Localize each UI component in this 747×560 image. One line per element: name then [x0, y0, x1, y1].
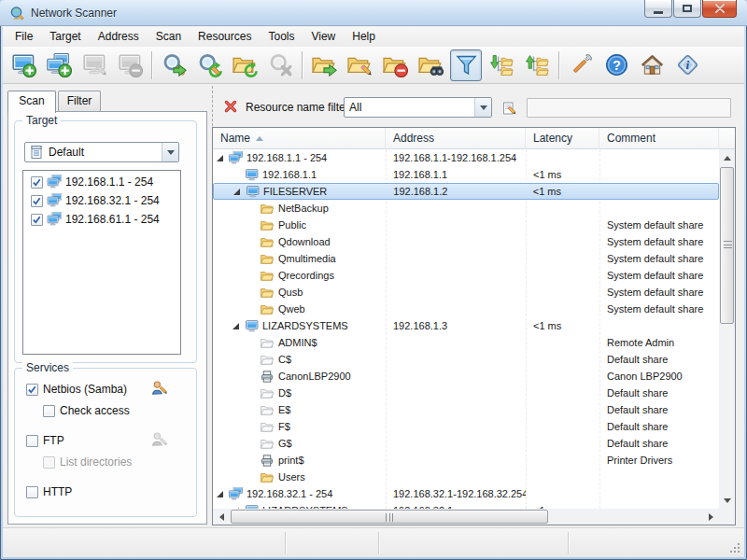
refresh-resources-button[interactable] [229, 49, 261, 81]
expand-all-button[interactable] [486, 49, 517, 81]
checkbox-icon[interactable] [26, 435, 38, 447]
tab-filter[interactable]: Filter [58, 91, 101, 111]
horizontal-scrollbar[interactable] [213, 509, 719, 525]
tree-row[interactable]: QusbSystem default share [213, 284, 719, 301]
target-profile-combo[interactable]: Default [24, 142, 179, 162]
tree-row[interactable]: 192.168.32.1 - 254192.168.32.1-192.168.3… [213, 485, 719, 502]
about-button[interactable]: i [671, 49, 703, 81]
tree-row-latency-cell [526, 250, 599, 267]
tree-row[interactable]: QdownloadSystem default share [213, 233, 719, 250]
tree-row[interactable]: G$Default share [213, 435, 719, 452]
close-button[interactable] [702, 0, 737, 18]
checkbox-icon[interactable] [31, 176, 43, 189]
checkbox-icon[interactable] [43, 405, 55, 417]
collapse-all-button[interactable] [521, 49, 553, 81]
menu-file[interactable]: File [7, 28, 41, 46]
menu-resources[interactable]: Resources [190, 28, 260, 46]
tree-row[interactable]: D$Default share [213, 385, 719, 401]
tree-row[interactable]: QrecordingsSystem default share [213, 267, 719, 284]
target-range-item[interactable]: 192.168.1.1 - 254 [23, 173, 180, 191]
service-checkbox-http[interactable]: HTTP [26, 484, 72, 499]
scroll-right-button[interactable] [703, 509, 719, 525]
checkbox-icon[interactable] [31, 214, 43, 226]
menu-target[interactable]: Target [41, 28, 89, 46]
folder-admin-icon [260, 386, 275, 400]
vertical-scroll-thumb[interactable] [720, 167, 734, 324]
column-header-name[interactable]: Name [213, 128, 386, 149]
menu-view[interactable]: View [303, 28, 344, 46]
start-scan-button[interactable] [158, 49, 190, 81]
tree-row[interactable]: print$Printer Drivers [213, 452, 719, 469]
scroll-down-button[interactable] [719, 493, 735, 509]
menu-help[interactable]: Help [344, 28, 384, 46]
rescan-button[interactable] [193, 49, 225, 81]
horizontal-scroll-thumb[interactable] [231, 510, 548, 524]
open-resource-button[interactable] [308, 49, 340, 81]
tree-row-name-cell: 192.168.32.1 - 254 [213, 485, 386, 502]
edit-resource-button[interactable] [344, 49, 375, 81]
expander-icon[interactable] [233, 189, 240, 195]
edit-filter-button[interactable] [499, 98, 519, 118]
column-header-address[interactable]: Address [386, 128, 526, 149]
target-range-item[interactable]: 192.168.61.1 - 254 [23, 210, 180, 229]
tree-row[interactable]: LIZARDSYSTEMS192.168.32.1<1 ms [213, 502, 719, 509]
expander-icon[interactable] [233, 323, 239, 329]
tree-row[interactable]: CanonLBP2900Canon LBP2900 [213, 368, 719, 385]
tree-row-name-cell: F$ [213, 418, 386, 435]
tree-row[interactable]: E$Default share [213, 401, 719, 418]
service-checkbox-ftp[interactable]: FTP [26, 433, 64, 448]
tree-row-address-cell [386, 351, 526, 368]
user-edit-icon[interactable] [151, 380, 167, 396]
resource-filter-combo[interactable]: All [344, 97, 492, 118]
expander-icon[interactable] [217, 491, 223, 497]
service-checkbox-list-directories[interactable]: List directories [43, 455, 132, 469]
tree-row[interactable]: PublicSystem default share [213, 217, 719, 233]
user-edit-icon[interactable] [151, 431, 167, 447]
tree-row[interactable]: QwebSystem default share [213, 301, 719, 317]
checkbox-icon[interactable] [26, 384, 38, 396]
find-resource-button[interactable] [415, 49, 446, 81]
tree-row[interactable]: LIZARDSYSTEMS192.168.1.3<1 ms [213, 317, 719, 334]
tree-row[interactable]: FILESERVER192.168.1.2<1 ms [213, 183, 719, 200]
tab-scan[interactable]: Scan [7, 91, 56, 113]
home-button[interactable] [636, 49, 668, 81]
tree-row[interactable]: F$Default share [213, 418, 719, 435]
filter-text-input [527, 98, 731, 118]
checkbox-icon[interactable] [26, 486, 38, 498]
add-address-button[interactable] [7, 49, 39, 81]
tree-row[interactable]: NetBackup [213, 200, 719, 217]
maximize-button[interactable] [673, 0, 701, 18]
tree-row-name-cell: ADMIN$ [213, 334, 386, 351]
tree-row[interactable]: ADMIN$Remote Admin [213, 334, 719, 351]
tree-row[interactable]: Users [213, 469, 719, 485]
combo-arrow [162, 143, 178, 161]
add-address-range-button[interactable] [43, 49, 75, 81]
target-range-item[interactable]: 192.168.32.1 - 254 [23, 191, 180, 210]
tree-row-latency-cell [526, 149, 599, 166]
menu-scan[interactable]: Scan [148, 28, 190, 46]
tree-row[interactable]: C$Default share [213, 351, 719, 368]
service-checkbox-netbios-samba-[interactable]: Netbios (Samba) [26, 382, 127, 397]
menu-tools[interactable]: Tools [260, 28, 303, 46]
column-header-comment[interactable]: Comment [599, 128, 719, 149]
tree-row[interactable]: QmultimediaSystem default share [213, 250, 719, 267]
resize-grip-icon[interactable] [729, 542, 741, 554]
expander-icon[interactable] [217, 155, 223, 161]
checkbox-icon[interactable] [43, 456, 55, 469]
vertical-scrollbar[interactable] [719, 149, 735, 509]
tree-row[interactable]: 192.168.1.1 - 254192.168.1.1-192.168.1.2… [213, 149, 719, 166]
help-button[interactable]: ? [600, 49, 632, 81]
tree-row[interactable]: 192.168.1.1192.168.1.1<1 ms [213, 166, 719, 183]
clear-filter-button[interactable] [221, 97, 240, 116]
menu-address[interactable]: Address [90, 28, 148, 46]
column-header-label: Address [393, 128, 434, 149]
delete-resource-button[interactable] [379, 49, 411, 81]
checkbox-icon[interactable] [31, 195, 43, 207]
scroll-left-button[interactable] [213, 509, 229, 525]
scroll-up-button[interactable] [719, 149, 735, 165]
column-header-latency[interactable]: Latency [526, 128, 599, 149]
service-checkbox-check-access[interactable]: Check access [43, 403, 130, 418]
minimize-button[interactable] [644, 0, 672, 18]
settings-button[interactable] [565, 49, 597, 81]
filter-resources-button[interactable] [450, 49, 482, 81]
